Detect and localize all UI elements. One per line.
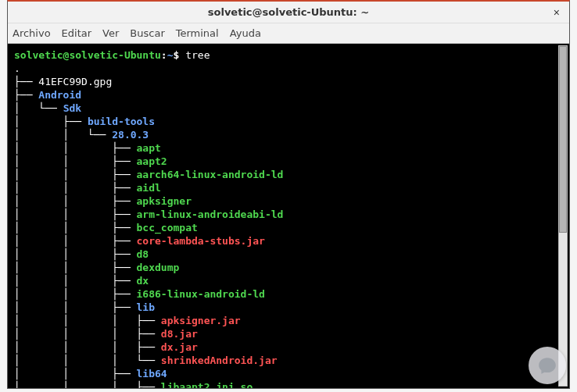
tree-line: ├── Android bbox=[14, 88, 569, 102]
tree-line: │ │ ├── aapt2 bbox=[14, 155, 569, 168]
menu-archivo[interactable]: Archivo bbox=[13, 27, 51, 39]
tree-line: . bbox=[14, 62, 569, 75]
tree-connector: │ │ ├── bbox=[14, 182, 137, 194]
prompt-line: solvetic@solvetic-Ubuntu:~$ tree bbox=[14, 48, 569, 62]
tree-connector: │ │ ├── bbox=[14, 248, 137, 260]
tree-line: │ │ ├── lib bbox=[14, 301, 569, 314]
tree-entry: apksigner.jar bbox=[161, 315, 241, 326]
tree-line: │ └── Sdk bbox=[14, 102, 569, 115]
tree-entry: arm-linux-androideabi-ld bbox=[137, 208, 284, 220]
tree-entry: shrinkedAndroid.jar bbox=[161, 355, 278, 366]
tree-connector: │ └── bbox=[14, 102, 63, 114]
terminal-area[interactable]: solvetic@solvetic-Ubuntu:~$ tree .├── 41… bbox=[8, 44, 569, 388]
tree-line: │ │ │ ├── apksigner.jar bbox=[14, 314, 569, 327]
tree-entry: dx bbox=[137, 275, 149, 287]
tree-connector: ├── bbox=[14, 89, 38, 101]
tree-entry: aarch64-linux-android-ld bbox=[137, 169, 284, 180]
tree-entry: d8.jar bbox=[161, 328, 198, 340]
close-icon[interactable]: × bbox=[550, 6, 563, 19]
tree-line: │ │ ├── arm-linux-androideabi-ld bbox=[14, 208, 569, 221]
tree-entry: 41EFC99D.gpg bbox=[38, 76, 112, 87]
tree-line: │ │ ├── aarch64-linux-android-ld bbox=[14, 168, 569, 181]
tree-connector: . bbox=[14, 62, 20, 74]
tree-entry: lib64 bbox=[137, 368, 167, 380]
tree-line: │ │ │ └── shrinkedAndroid.jar bbox=[14, 354, 569, 367]
tree-line: │ │ ├── aapt bbox=[14, 141, 569, 155]
tree-line: │ │ ├── dexdump bbox=[14, 261, 569, 274]
menu-editar[interactable]: Editar bbox=[62, 27, 92, 39]
tree-connector: │ │ ├── bbox=[14, 208, 137, 220]
tree-line: │ │ ├── bcc_compat bbox=[14, 221, 569, 234]
tree-line: │ │ ├── core-lambda-stubs.jar bbox=[14, 234, 569, 248]
tree-entry: build-tools bbox=[88, 116, 155, 127]
prompt-sep1: : bbox=[161, 49, 167, 61]
prompt-command: tree bbox=[185, 49, 210, 61]
tree-connector: │ │ │ ├── bbox=[14, 328, 161, 340]
tree-entry: Sdk bbox=[63, 102, 81, 114]
tree-connector: │ │ ├── bbox=[14, 142, 137, 154]
titlebar[interactable]: solvetic@solvetic-Ubuntu: ~ × bbox=[8, 2, 569, 23]
window-title: solvetic@solvetic-Ubuntu: ~ bbox=[208, 6, 369, 18]
tree-entry: libaapt2_jni.so bbox=[161, 381, 253, 388]
tree-line: │ │ ├── apksigner bbox=[14, 194, 569, 208]
tree-entry: core-lambda-stubs.jar bbox=[137, 235, 265, 247]
tree-entry: apksigner bbox=[137, 195, 192, 207]
prompt-sep2: $ bbox=[174, 49, 186, 61]
prompt-userhost: solvetic@solvetic-Ubuntu bbox=[14, 49, 161, 61]
scrollbar[interactable] bbox=[558, 45, 568, 387]
tree-connector: │ │ │ ├── bbox=[14, 381, 161, 388]
tree-line: ├── 41EFC99D.gpg bbox=[14, 75, 569, 88]
tree-entry: i686-linux-android-ld bbox=[137, 288, 265, 300]
tree-entry: aapt2 bbox=[137, 155, 167, 167]
tree-entry: aapt bbox=[137, 142, 161, 154]
tree-connector: │ │ ├── bbox=[14, 222, 137, 233]
tree-connector: │ │ │ ├── bbox=[14, 315, 161, 326]
terminal-window: solvetic@solvetic-Ubuntu: ~ × Archivo Ed… bbox=[7, 0, 570, 389]
tree-line: │ │ │ ├── d8.jar bbox=[14, 327, 569, 340]
tree-connector: ├── bbox=[14, 76, 38, 87]
tree-line: │ │ │ ├── dx.jar bbox=[14, 340, 569, 354]
tree-entry: d8 bbox=[137, 248, 149, 260]
tree-connector: │ │ ├── bbox=[14, 275, 137, 287]
menu-ver[interactable]: Ver bbox=[102, 27, 119, 39]
tree-connector: │ │ ├── bbox=[14, 235, 137, 247]
menu-terminal[interactable]: Terminal bbox=[176, 27, 219, 39]
menu-buscar[interactable]: Buscar bbox=[130, 27, 164, 39]
tree-entry: bcc_compat bbox=[137, 222, 198, 233]
tree-entry: aidl bbox=[137, 182, 161, 194]
chat-bubble-icon[interactable] bbox=[529, 347, 566, 384]
menu-ayuda[interactable]: Ayuda bbox=[230, 27, 261, 39]
tree-line: │ │ │ ├── libaapt2_jni.so bbox=[14, 380, 569, 388]
tree-connector: │ │ └── bbox=[14, 129, 112, 141]
tree-entry: Android bbox=[38, 89, 81, 101]
tree-line: │ ├── build-tools bbox=[14, 115, 569, 128]
menubar: Archivo Editar Ver Buscar Terminal Ayuda bbox=[8, 23, 569, 44]
tree-entry: dexdump bbox=[137, 262, 180, 273]
tree-connector: │ │ │ └── bbox=[14, 355, 161, 366]
tree-connector: │ │ ├── bbox=[14, 288, 137, 300]
tree-connector: │ │ ├── bbox=[14, 169, 137, 180]
tree-line: │ │ ├── aidl bbox=[14, 181, 569, 194]
tree-connector: │ │ ├── bbox=[14, 262, 137, 273]
tree-line: │ │ ├── dx bbox=[14, 274, 569, 287]
tree-entry: dx.jar bbox=[161, 341, 198, 353]
tree-connector: │ │ ├── bbox=[14, 368, 137, 380]
tree-line: │ │ ├── lib64 bbox=[14, 367, 569, 380]
tree-connector: │ │ │ ├── bbox=[14, 341, 161, 353]
prompt-path: ~ bbox=[167, 49, 174, 61]
scrollbar-thumb[interactable] bbox=[559, 46, 567, 233]
tree-entry: 28.0.3 bbox=[112, 129, 149, 141]
tree-connector: │ │ ├── bbox=[14, 155, 137, 167]
tree-entry: lib bbox=[137, 301, 155, 313]
tree-connector: │ ├── bbox=[14, 116, 88, 127]
tree-connector: │ │ ├── bbox=[14, 301, 137, 313]
tree-connector: │ │ ├── bbox=[14, 195, 137, 207]
tree-output: .├── 41EFC99D.gpg├── Android│ └── Sdk│ ├… bbox=[14, 62, 569, 388]
tree-line: │ │ ├── d8 bbox=[14, 248, 569, 261]
tree-line: │ │ ├── i686-linux-android-ld bbox=[14, 287, 569, 301]
tree-line: │ │ └── 28.0.3 bbox=[14, 128, 569, 141]
